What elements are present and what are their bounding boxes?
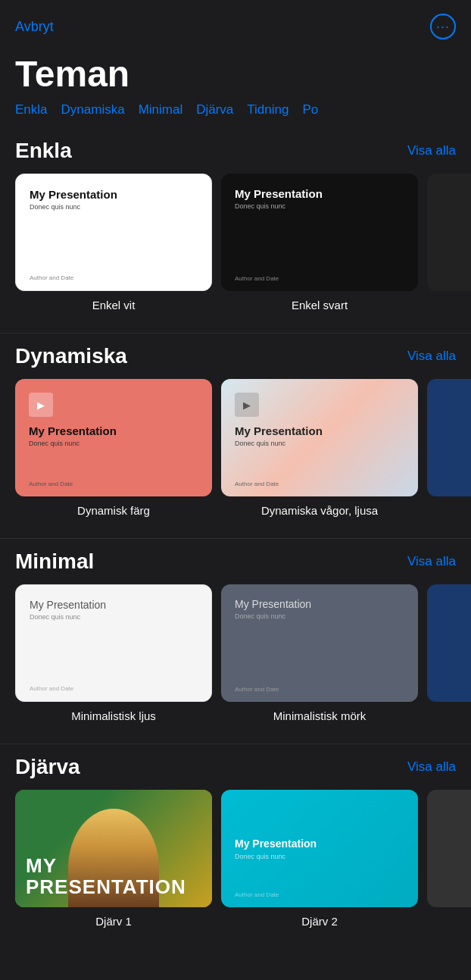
card-dynamisk-vagor-wrap[interactable]: My Presentation Donec quis nunc Author a…: [221, 379, 418, 517]
djärv-2-title: My Presentation: [235, 838, 317, 850]
card-partial-3-wrap[interactable]: [427, 584, 471, 722]
dynamisk-farg-title: My Presentation: [29, 424, 198, 437]
card-partial-1-wrap[interactable]: [427, 174, 471, 312]
djärv-2-label: Djärv 2: [301, 915, 338, 928]
tab-tidning[interactable]: Tidning: [247, 102, 289, 117]
card-partial-4[interactable]: [427, 790, 471, 907]
visa-alla-djärva-button[interactable]: Visa alla: [407, 759, 456, 775]
more-options-button[interactable]: ···: [430, 14, 456, 39]
enkel-vit-author: Author and Date: [30, 274, 73, 281]
section-djärva-title: Djärva: [15, 755, 80, 779]
card-djärv-2[interactable]: My Presentation Donec quis nunc Author a…: [221, 790, 418, 907]
minimal-ljus-sub: Donec quis nunc: [30, 613, 198, 621]
card-djärv-1-wrap[interactable]: AUTHOR AND DATE MY PRESENTATION Djärv 1: [15, 790, 212, 928]
card-minimal-ljus-wrap[interactable]: My Presentation Donec quis nunc Author a…: [15, 584, 212, 722]
card-dynamisk-farg[interactable]: My Presentation Donec quis nunc Author a…: [15, 379, 212, 496]
enkel-vit-sub: Donec quis nunc: [30, 203, 198, 211]
minimal-ljus-title: My Presentation: [30, 599, 198, 611]
section-djärva-header: Djärva Visa alla: [0, 744, 471, 790]
djärv-2-sub: Donec quis nunc: [235, 853, 285, 860]
card-dynamisk-farg-wrap[interactable]: My Presentation Donec quis nunc Author a…: [15, 379, 212, 517]
section-minimal: Minimal Visa alla My Presentation Donec …: [0, 539, 471, 744]
card-enkel-vit[interactable]: My Presentation Donec quis nunc Author a…: [15, 174, 212, 291]
section-enkla-title: Enkla: [15, 139, 72, 163]
dynamisk-farg-label: Dynamisk färg: [77, 504, 150, 517]
visa-alla-dynamiska-button[interactable]: Visa alla: [407, 349, 456, 364]
dynamisk-vagor-title: My Presentation: [235, 424, 404, 437]
visa-alla-minimal-button[interactable]: Visa alla: [407, 554, 456, 569]
enkel-svart-author: Author and Date: [235, 275, 279, 282]
section-minimal-title: Minimal: [15, 549, 94, 574]
enkel-vit-title: My Presentation: [30, 188, 198, 201]
card-partial-3[interactable]: [427, 584, 471, 702]
tab-dynamiska[interactable]: Dynamiska: [61, 102, 125, 117]
card-minimal-ljus[interactable]: My Presentation Donec quis nunc Author a…: [15, 584, 212, 702]
card-partial-2-wrap[interactable]: [427, 379, 471, 517]
section-dynamiska: Dynamiska Visa alla My Presentation Done…: [0, 333, 471, 538]
more-icon: ···: [436, 20, 450, 33]
card-djärv-2-wrap[interactable]: My Presentation Donec quis nunc Author a…: [221, 790, 418, 928]
card-enkel-svart-wrap[interactable]: My Presentation Donec quis nunc Author a…: [221, 174, 418, 312]
minimal-ljus-label: Minimalistisk ljus: [71, 709, 156, 722]
play-icon-dynamisk-vagor: [235, 393, 259, 417]
dynamisk-vagor-sub: Donec quis nunc: [235, 440, 404, 447]
section-dynamiska-title: Dynamiska: [15, 344, 127, 368]
page-title: Teman: [0, 47, 471, 102]
minimal-mork-sub: Donec quis nunc: [235, 612, 404, 620]
djärv-1-label: Djärv 1: [95, 915, 132, 928]
enkel-svart-label: Enkel svart: [292, 299, 348, 312]
section-djärva: Djärva Visa alla AUTHOR AND DATE MY PRES…: [0, 744, 471, 949]
card-enkel-vit-wrap[interactable]: My Presentation Donec quis nunc Author a…: [15, 174, 212, 312]
section-enkla-header: Enkla Visa alla: [0, 128, 471, 174]
visa-alla-enkla-button[interactable]: Visa alla: [407, 143, 456, 158]
tab-djärva[interactable]: Djärva: [196, 102, 233, 117]
enkel-svart-title: My Presentation: [235, 187, 404, 200]
enkel-vit-label: Enkel vit: [92, 299, 136, 312]
minimal-cards-row: My Presentation Donec quis nunc Author a…: [0, 584, 471, 722]
dynamiska-cards-row: My Presentation Donec quis nunc Author a…: [0, 379, 471, 517]
enkel-svart-sub: Donec quis nunc: [235, 202, 404, 210]
category-tabs: Enkla Dynamiska Minimal Djärva Tidning P…: [0, 102, 471, 128]
tab-po[interactable]: Po: [302, 102, 318, 117]
cancel-button[interactable]: Avbryt: [15, 19, 54, 35]
minimal-mork-title: My Presentation: [235, 598, 404, 610]
card-minimal-mork[interactable]: My Presentation Donec quis nunc Author a…: [221, 584, 418, 702]
header: Avbryt ···: [0, 0, 471, 47]
tab-minimal[interactable]: Minimal: [139, 102, 183, 117]
card-enkel-svart[interactable]: My Presentation Donec quis nunc Author a…: [221, 174, 418, 291]
djärva-cards-row: AUTHOR AND DATE MY PRESENTATION Djärv 1 …: [0, 790, 471, 928]
card-partial-4-wrap[interactable]: [427, 790, 471, 928]
dynamisk-farg-author: Author and Date: [29, 481, 73, 487]
section-dynamiska-header: Dynamiska Visa alla: [0, 333, 471, 379]
minimal-ljus-author: Author and Date: [30, 685, 73, 692]
djärv-1-title: MY PRESENTATION: [26, 855, 201, 898]
card-djärv-1[interactable]: AUTHOR AND DATE MY PRESENTATION: [15, 790, 212, 907]
dynamisk-vagor-author: Author and Date: [235, 481, 279, 487]
card-partial-2[interactable]: [427, 379, 471, 496]
section-minimal-header: Minimal Visa alla: [0, 539, 471, 584]
section-enkla: Enkla Visa alla My Presentation Donec qu…: [0, 128, 471, 333]
dynamisk-farg-sub: Donec quis nunc: [29, 440, 198, 447]
card-dynamisk-vagor[interactable]: My Presentation Donec quis nunc Author a…: [221, 379, 418, 496]
minimal-mork-author: Author and Date: [235, 686, 279, 693]
tab-enkla[interactable]: Enkla: [15, 102, 48, 117]
minimal-mork-label: Minimalistisk mörk: [273, 709, 367, 722]
play-icon-dynamisk-farg: [29, 393, 53, 417]
card-minimal-mork-wrap[interactable]: My Presentation Donec quis nunc Author a…: [221, 584, 418, 722]
card-partial-1[interactable]: [427, 174, 471, 291]
enkla-cards-row: My Presentation Donec quis nunc Author a…: [0, 174, 471, 312]
djärv-2-author: Author and Date: [235, 891, 279, 898]
dynamisk-vagor-label: Dynamiska vågor, ljusa: [261, 504, 378, 517]
